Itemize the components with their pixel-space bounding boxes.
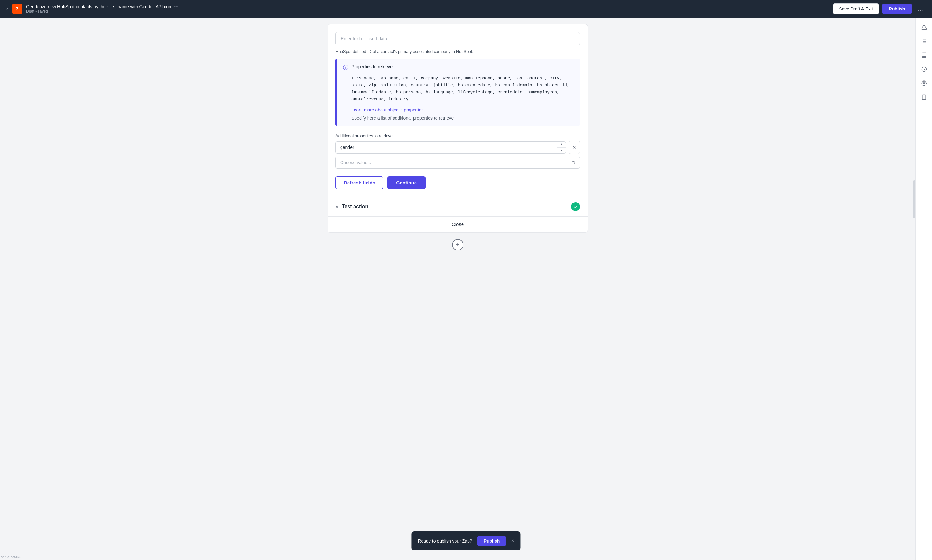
learn-more-link[interactable]: Learn more about object's properties [343, 107, 574, 112]
scroll-thumb[interactable] [913, 180, 915, 218]
success-badge [571, 202, 580, 211]
toast-close-button[interactable]: × [511, 538, 514, 544]
header-actions: Save Draft & Exit Publish ... [833, 3, 926, 14]
card-body: Enter text or insert data... HubSpot def… [328, 25, 588, 197]
version-tag: ver. e1ce6875 [1, 555, 21, 559]
header-left: ‹ Z Genderize new HubSpot contacts by th… [6, 4, 833, 14]
back-button[interactable]: ‹ [6, 6, 8, 12]
header: ‹ Z Genderize new HubSpot contacts by th… [0, 0, 932, 18]
close-button[interactable]: Close [452, 222, 464, 227]
choose-value-select[interactable]: Choose value... ⇅ [336, 157, 580, 169]
book-sidebar-icon[interactable] [918, 49, 930, 61]
svg-point-9 [923, 83, 925, 84]
main-content: Enter text or insert data... HubSpot def… [0, 18, 915, 560]
text-input-placeholder: Enter text or insert data... [341, 36, 391, 41]
choose-value-placeholder: Choose value... [340, 160, 371, 165]
info-box-header: ⓘ Properties to retrieve: [343, 64, 574, 71]
right-sidebar [915, 18, 932, 560]
helper-text: HubSpot defined ID of a contact's primar… [336, 49, 580, 54]
plus-area: + [328, 233, 588, 257]
clear-input-button[interactable]: ✕ [568, 141, 580, 154]
toast-notification: Ready to publish your Zap? Publish × [411, 531, 520, 551]
warning-sidebar-icon[interactable] [918, 22, 930, 33]
edit-icon[interactable]: ✏ [174, 5, 177, 9]
stepper-up-button[interactable]: ▲ [558, 142, 566, 148]
toast-publish-button[interactable]: Publish [478, 536, 506, 546]
close-section: Close [328, 216, 588, 232]
test-action-title: Test action [342, 204, 368, 209]
specify-text: Specify here a list of additional proper… [343, 115, 574, 121]
publish-header-button[interactable]: Publish [882, 4, 912, 14]
info-properties: firstname, lastname, email, company, web… [343, 75, 574, 103]
add-step-button[interactable]: + [452, 239, 464, 251]
header-title-row: Genderize new HubSpot contacts by their … [26, 4, 177, 9]
clock-sidebar-icon[interactable] [918, 63, 930, 75]
text-input-area[interactable]: Enter text or insert data... [336, 32, 580, 45]
scroll-track [913, 18, 915, 560]
stepper-down-button[interactable]: ▼ [558, 148, 566, 153]
toast-text: Ready to publish your Zap? [418, 538, 472, 543]
continue-button[interactable]: Continue [387, 176, 426, 189]
info-circle-icon: ⓘ [343, 65, 348, 71]
refresh-fields-button[interactable]: Refresh fields [336, 176, 384, 189]
additional-props-input-stepper: ▲ ▼ [336, 141, 566, 154]
additional-props-label: Additional properties to retrieve [336, 133, 580, 138]
main-card: Enter text or insert data... HubSpot def… [328, 24, 588, 233]
gear-sidebar-icon[interactable] [918, 77, 930, 89]
chevron-down-icon[interactable]: ∨ [336, 204, 339, 209]
info-title: Properties to retrieve: [351, 64, 394, 69]
header-title-text: Genderize new HubSpot contacts by their … [26, 4, 173, 9]
more-options-button[interactable]: ... [915, 4, 926, 14]
test-action-left: ∨ Test action [336, 204, 368, 209]
test-action-section: ∨ Test action [328, 197, 588, 216]
save-draft-button[interactable]: Save Draft & Exit [833, 3, 879, 14]
list-sidebar-icon[interactable] [918, 35, 930, 47]
select-arrow-icon: ⇅ [572, 160, 575, 165]
additional-props-input-row: ▲ ▼ ✕ [336, 141, 580, 154]
zapier-logo: Z [12, 4, 22, 14]
header-subtitle: Draft - saved [26, 9, 177, 14]
info-box: ⓘ Properties to retrieve: firstname, las… [336, 59, 580, 126]
zap-sidebar-icon[interactable] [918, 91, 930, 103]
stepper-arrows: ▲ ▼ [557, 142, 566, 153]
additional-props-input[interactable] [336, 142, 557, 153]
action-buttons: Refresh fields Continue [336, 176, 580, 189]
header-title-area: Genderize new HubSpot contacts by their … [26, 4, 177, 14]
